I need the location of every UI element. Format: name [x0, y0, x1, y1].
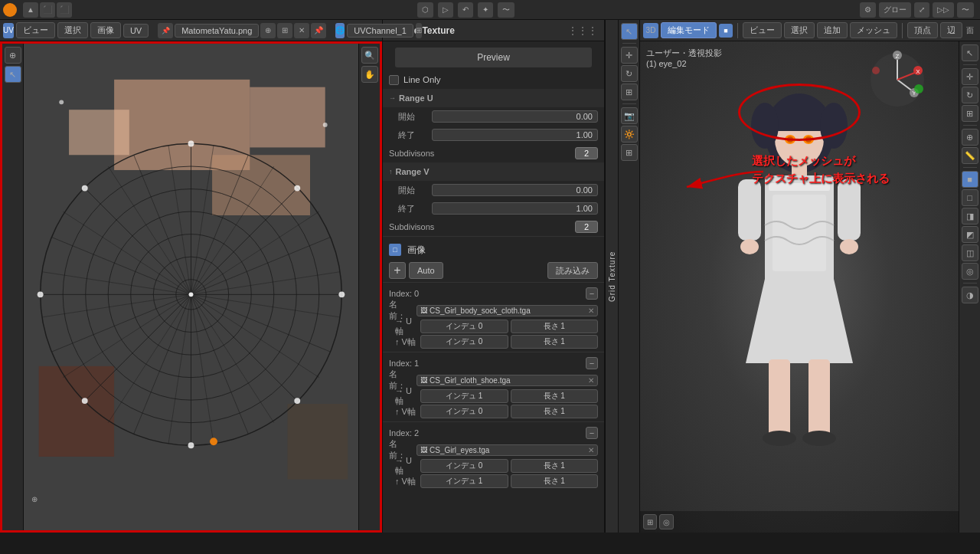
r-tool-cube2[interactable]: □ [962, 189, 978, 206]
u-length-field-1[interactable]: 長さ 1 [511, 389, 599, 403]
u-index-field-0[interactable]: インデュ 0 [420, 320, 508, 333]
name-val-0[interactable]: 🖼 CS_Girl_body_sock_cloth.tga ✕ [416, 305, 598, 316]
image-menu-btn[interactable]: 画像 [90, 22, 121, 38]
3d-editor-icon[interactable]: 3D [643, 23, 658, 38]
r-tool-1[interactable]: ↖ [962, 44, 978, 61]
cursor-tool-btn[interactable]: ↖ [621, 23, 638, 40]
select-3d-btn[interactable]: 選択 [784, 22, 815, 38]
edit-mode-btn[interactable]: 編集モード [661, 22, 717, 38]
img-icon2[interactable]: ⊞ [277, 23, 292, 38]
r-tool-pie[interactable]: ◑ [962, 287, 978, 303]
index-minus-btn-2[interactable]: − [586, 427, 598, 439]
scale-tool-btn[interactable]: ⊞ [621, 84, 638, 100]
r-tool-cube1[interactable]: ■ [962, 171, 978, 188]
move-tool-btn[interactable]: ✛ [621, 47, 638, 64]
r-tool-cube4[interactable]: ◩ [962, 226, 978, 243]
top-right-4[interactable]: ▷▷ [933, 2, 954, 18]
range-u-end-value[interactable]: 1.00 [432, 129, 598, 141]
face-btn[interactable]: 面 [966, 25, 974, 36]
nav-icon-5[interactable]: 〜 [498, 2, 514, 18]
uv-editor-icon[interactable]: UV [3, 23, 14, 38]
mode-icon[interactable]: ■ [719, 24, 733, 38]
uv-menu-btn[interactable]: UV [123, 24, 149, 38]
image-auto-btn[interactable]: Auto [409, 262, 443, 279]
top-icon-1[interactable]: ▲ [23, 2, 38, 18]
v-length-field-2[interactable]: 長さ 1 [511, 474, 599, 488]
overlay-btn1[interactable]: ⊞ [643, 514, 657, 529]
close-btn-2[interactable]: ✕ [588, 446, 594, 454]
uv-pan[interactable]: ✋ [361, 66, 378, 83]
img-icon3[interactable]: ✕ [294, 23, 309, 38]
range-v-start-value[interactable]: 0.00 [432, 184, 598, 196]
v-index-field-2[interactable]: インデュ 1 [420, 474, 508, 488]
top-right-5[interactable]: 〜 [957, 2, 974, 18]
filename-btn[interactable]: MatometaYatu.png [175, 24, 259, 38]
image-load-btn[interactable]: 読み込み [547, 262, 598, 279]
top-right-1[interactable]: ⚙ [860, 2, 876, 18]
range-u-start-value[interactable]: 0.00 [432, 110, 598, 123]
r-tool-cube3[interactable]: ◨ [962, 208, 978, 225]
u-length-field-0[interactable]: 長さ 1 [511, 320, 599, 333]
subdivisions-v-value[interactable]: 2 [575, 221, 598, 233]
u-length-field-2[interactable]: 長さ 1 [511, 459, 599, 473]
uv-zoom-in[interactable]: 🔍 [361, 47, 378, 64]
top-right-2[interactable]: グロー [879, 2, 911, 18]
img-icon1[interactable]: ⊕ [260, 23, 276, 38]
r-tool-2[interactable]: ✛ [962, 68, 978, 85]
camera-btn[interactable]: 📷 [621, 107, 638, 124]
r-tool-4[interactable]: ⊞ [962, 105, 978, 122]
u-index-field-2[interactable]: インデュ 0 [420, 459, 508, 473]
view-menu-btn[interactable]: ビュー [16, 22, 55, 38]
pin-icon[interactable]: 📌 [158, 23, 173, 38]
uv-viewport[interactable]: ⊕ ↖ 🔍 ✋ [0, 41, 382, 533]
overlay-btn2[interactable]: ◎ [659, 514, 674, 529]
name-val-1[interactable]: 🖼 CS_Girl_cloth_shoe.tga ✕ [416, 375, 598, 386]
vertex-btn[interactable]: 頂点 [907, 22, 938, 38]
panel-menu[interactable]: ⋮⋮⋮ [568, 25, 598, 36]
uv-mode-icon[interactable]: 🌐 [335, 23, 345, 38]
r-tool-sphere[interactable]: ◎ [962, 263, 978, 280]
nav-icon-1[interactable]: ⬡ [417, 2, 433, 18]
image-add-btn[interactable]: + [389, 262, 406, 279]
v-index-field-1[interactable]: インデュ 0 [420, 405, 508, 418]
add-3d-btn[interactable]: 追加 [817, 22, 848, 38]
mesh-3d-btn[interactable]: メッシュ [850, 22, 897, 38]
name-val-2[interactable]: 🖼 CS_Girl_eyes.tga ✕ [416, 444, 598, 456]
r-tool-3[interactable]: ↻ [962, 87, 978, 103]
nav-icon-4[interactable]: ✦ [478, 2, 493, 18]
close-btn-1[interactable]: ✕ [588, 376, 594, 385]
r-tool-5[interactable]: ⊕ [962, 129, 978, 146]
subdivisions-u-value[interactable]: 2 [575, 147, 598, 159]
index-minus-btn-1[interactable]: − [586, 357, 598, 369]
channel-icon[interactable]: ⊞ [416, 23, 422, 38]
nav-icon-2[interactable]: ▷ [438, 2, 453, 18]
middle-side-toolbar: ↖ ✛ ↻ ⊞ 📷 🔆 ⊞ [619, 20, 640, 533]
top-right-3[interactable]: ⤢ [914, 2, 929, 18]
preview-btn[interactable]: Preview [395, 48, 592, 67]
render-btn[interactable]: 🔆 [621, 126, 638, 143]
v-index-field-0[interactable]: インデュ 0 [420, 335, 508, 349]
uv-canvas-area[interactable]: ⊕ [24, 44, 358, 530]
line-only-checkbox[interactable] [389, 75, 399, 85]
channel-btn[interactable]: UVChannel_1 [347, 24, 413, 38]
uv-tool-select[interactable]: ↖ [5, 66, 21, 83]
index-minus-btn-0[interactable]: − [586, 287, 598, 300]
v-length-field-0[interactable]: 長さ 1 [511, 335, 599, 349]
top-icon-3[interactable]: ⬛ [57, 2, 72, 18]
range-v-end-value[interactable]: 1.00 [432, 202, 598, 215]
top-icon-2[interactable]: ⬛ [40, 2, 55, 18]
select-menu-btn[interactable]: 選択 [57, 22, 88, 38]
u-index-field-1[interactable]: インデュ 1 [420, 389, 508, 403]
img-icon4[interactable]: 📌 [311, 23, 326, 38]
view-3d-btn[interactable]: ビュー [743, 22, 782, 38]
v-length-field-1[interactable]: 長さ 1 [511, 405, 599, 418]
uv-tool-cursor[interactable]: ⊕ [5, 47, 21, 64]
r-tool-6[interactable]: 📏 [962, 147, 978, 164]
nav-icon-3[interactable]: ↶ [458, 2, 473, 18]
rotate-tool-btn[interactable]: ↻ [621, 65, 638, 82]
3d-viewport[interactable]: ユーザー・透視投影 (1) eye_02 Z Y [640, 41, 959, 533]
edge-btn[interactable]: 辺 [940, 22, 962, 38]
close-btn-0[interactable]: ✕ [588, 307, 594, 315]
r-tool-cube5[interactable]: ◫ [962, 244, 978, 261]
grid-btn[interactable]: ⊞ [621, 144, 638, 161]
